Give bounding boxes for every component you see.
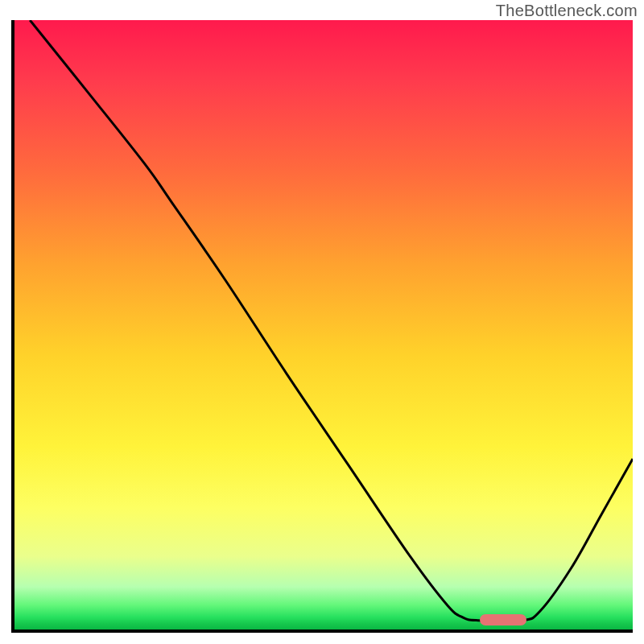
watermark-text: TheBottleneck.com	[496, 2, 638, 20]
background-heat-gradient	[14, 20, 633, 630]
optimal-range-marker	[480, 614, 526, 625]
chart-area	[11, 20, 633, 633]
